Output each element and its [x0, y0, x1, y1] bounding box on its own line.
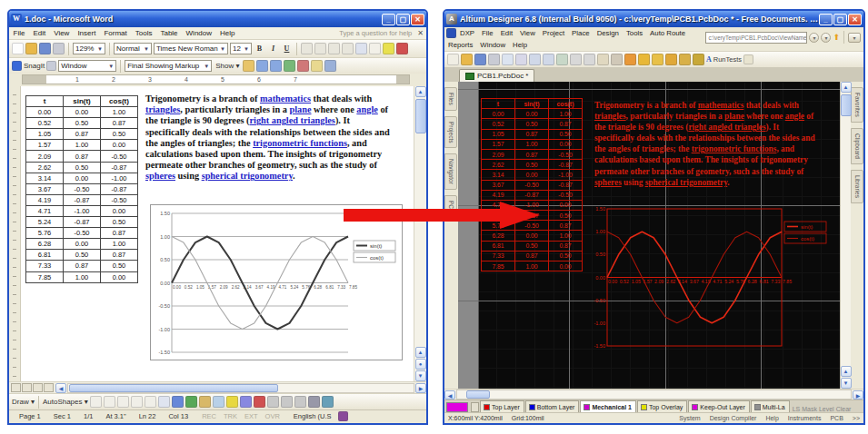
layer-button[interactable]: Clear: [836, 406, 852, 412]
open-icon[interactable]: [461, 54, 473, 65]
pcb-document-tab[interactable]: PCB1.PcbDoc *: [459, 69, 534, 82]
part-icon[interactable]: [638, 54, 650, 65]
reviewing-pane-icon[interactable]: [324, 60, 336, 72]
oval-icon[interactable]: [145, 396, 156, 408]
altium-menu-item[interactable]: Edit: [497, 29, 516, 37]
save-icon[interactable]: [39, 43, 51, 54]
snagit-window-combo[interactable]: Window▼: [58, 60, 116, 72]
diagram-icon[interactable]: [185, 396, 197, 408]
pad-icon[interactable]: [665, 54, 677, 65]
status-flag[interactable]: TRK: [224, 412, 237, 420]
hyperlink[interactable]: spherical trigonometry: [645, 178, 728, 187]
dxp-icon[interactable]: [446, 28, 456, 38]
comment-icon[interactable]: [311, 60, 323, 72]
word-menu-item[interactable]: Format: [100, 29, 131, 37]
area-icon[interactable]: [529, 54, 541, 65]
font-color-icon[interactable]: [396, 43, 408, 54]
line-color-icon[interactable]: [240, 396, 252, 408]
left-panel-tab[interactable]: Files: [444, 87, 457, 111]
word-menu-item[interactable]: Table: [156, 29, 182, 37]
home-button[interactable]: ▾: [848, 33, 861, 43]
zoom-icon[interactable]: [515, 54, 527, 65]
room-icon[interactable]: [693, 54, 704, 65]
accept-change-icon[interactable]: [284, 60, 295, 72]
open-folder-icon[interactable]: [25, 43, 37, 54]
clip-art-icon[interactable]: [199, 396, 211, 408]
word-titlebar[interactable]: W 1.doc - Microsoft Word _ ▢ ✕: [9, 11, 426, 27]
cross-probe-icon[interactable]: [556, 54, 568, 65]
fit-icon[interactable]: [543, 54, 554, 65]
wire-icon[interactable]: [624, 54, 636, 65]
fill-color-icon[interactable]: [226, 396, 238, 408]
select-browse-button[interactable]: ●: [415, 359, 426, 370]
hyperlink[interactable]: plane: [724, 112, 744, 121]
layer-tab-keep-out-layer[interactable]: Keep-Out Layer: [688, 400, 749, 412]
print-icon[interactable]: [53, 43, 65, 54]
previous-page-button[interactable]: ▲: [415, 347, 426, 358]
arrow-style-icon[interactable]: [294, 396, 306, 408]
next-page-button[interactable]: ▼: [415, 370, 426, 381]
show-menu[interactable]: Show ▾: [214, 62, 241, 70]
status-panel-button[interactable]: >>: [853, 415, 860, 421]
print-icon[interactable]: [488, 54, 500, 65]
outline-view-button[interactable]: [44, 383, 54, 392]
hyperlink[interactable]: trigonometric functions: [692, 144, 777, 153]
snagit-camera-icon[interactable]: [46, 61, 56, 71]
word-menu-item[interactable]: Tools: [131, 29, 156, 37]
status-panel-button[interactable]: System: [679, 415, 700, 421]
hyperlink[interactable]: trigonometric functions: [253, 138, 347, 148]
altium-vertical-scrollbar[interactable]: ▲ ▲ ▼: [840, 82, 851, 389]
status-panel-button[interactable]: PCB: [830, 415, 843, 421]
layer-tab-mechanical-1[interactable]: Mechanical 1: [580, 400, 636, 412]
new-document-icon[interactable]: [12, 43, 24, 54]
autoshapes-menu[interactable]: AutoShapes ▾: [43, 398, 88, 406]
word-menu-item[interactable]: Window: [182, 29, 215, 37]
right-panel-tab[interactable]: Libraries: [851, 170, 863, 203]
hyperlink[interactable]: angle: [356, 104, 377, 114]
altium-maximize-button[interactable]: ▢: [833, 14, 847, 25]
italic-button[interactable]: I: [267, 44, 279, 53]
snagit-icon[interactable]: [12, 61, 22, 71]
justify-icon[interactable]: [342, 43, 354, 54]
layer-tab-scroll[interactable]: [471, 402, 479, 412]
altium-menu-item[interactable]: Design: [594, 29, 623, 37]
back-button[interactable]: ▾: [809, 33, 819, 43]
underline-button[interactable]: U: [281, 44, 293, 53]
altium-menu-item[interactable]: DXP: [456, 29, 478, 37]
status-flag[interactable]: EXT: [244, 412, 258, 420]
word-menu-item[interactable]: File: [9, 29, 29, 37]
question-help-box[interactable]: Type a question for help: [339, 29, 417, 37]
word-menu-item[interactable]: Help: [216, 29, 239, 37]
align-center-icon[interactable]: [314, 43, 326, 54]
altium-menu-item[interactable]: Help: [509, 41, 531, 49]
layer-tab-top-layer[interactable]: Top Layer: [480, 400, 524, 412]
status-panel-button[interactable]: Help: [765, 415, 778, 421]
hyperlink[interactable]: spheres: [145, 171, 175, 181]
hyperlink[interactable]: mathematics: [260, 94, 311, 104]
layer-button[interactable]: LS: [793, 406, 801, 412]
left-panel-tab[interactable]: Navigator: [444, 153, 457, 190]
menubar-close-icon[interactable]: ✕: [417, 29, 426, 37]
hyperlink[interactable]: angle: [785, 112, 804, 121]
threed-icon[interactable]: [322, 396, 334, 408]
altium-titlebar[interactable]: A Altium Designer 6.8 (Internal Build 90…: [444, 11, 863, 27]
cut-icon[interactable]: [570, 54, 582, 65]
web-layout-view-button[interactable]: [22, 383, 32, 392]
text-box-icon[interactable]: [158, 396, 170, 408]
altium-menu-item[interactable]: File: [478, 29, 497, 37]
altium-menu-item[interactable]: Tools: [623, 29, 646, 37]
highlight-icon[interactable]: [383, 43, 394, 54]
previous-change-icon[interactable]: [256, 60, 268, 72]
altium-menu-item[interactable]: View: [516, 29, 539, 37]
left-panel-tab[interactable]: Projects: [444, 116, 457, 148]
place-string-icon[interactable]: A: [706, 55, 712, 64]
status-flag[interactable]: REC: [202, 412, 216, 420]
word-menu-item[interactable]: Edit: [29, 29, 50, 37]
forward-button[interactable]: ▾: [821, 33, 831, 43]
markup-combo[interactable]: Final Showing Markup▼: [125, 60, 212, 72]
hyperlink[interactable]: triangles: [594, 112, 626, 121]
normal-view-button[interactable]: [11, 383, 21, 392]
right-panel-tab[interactable]: Clipboard: [851, 128, 863, 164]
align-left-icon[interactable]: [301, 43, 313, 54]
toolbar-extra-icon[interactable]: [743, 54, 753, 64]
